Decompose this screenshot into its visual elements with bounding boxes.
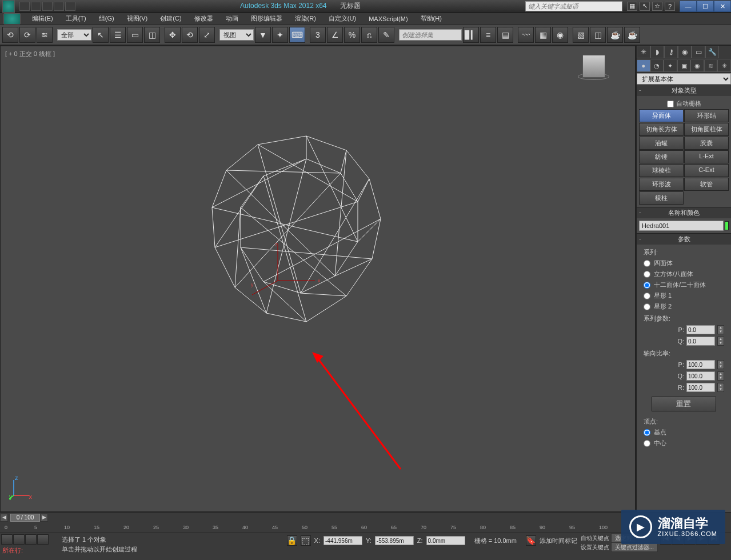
ap-input[interactable] <box>686 360 715 369</box>
category-dropdown[interactable]: 扩展基本体 <box>637 73 731 85</box>
snap-3-icon[interactable]: 3 <box>310 27 326 43</box>
viewport-label[interactable]: [ + 0 正交 0 线框 ] <box>5 50 55 58</box>
tag-icon[interactable]: 🔖 <box>526 535 536 546</box>
selection-filter[interactable]: 全部 <box>57 29 91 41</box>
menu-tools[interactable]: 工具(T) <box>60 13 92 24</box>
autogrid-checkbox[interactable] <box>667 101 674 107</box>
keyboard-icon[interactable]: ⌨ <box>289 27 305 43</box>
snap-spinner-icon[interactable]: ⎌ <box>361 27 377 43</box>
select-name-icon[interactable]: ☰ <box>110 27 126 43</box>
render-prod-icon[interactable]: ☕ <box>624 27 640 43</box>
render-setup-icon[interactable]: ▧ <box>573 27 589 43</box>
align-icon[interactable]: ≡ <box>480 27 496 43</box>
tab-display[interactable]: ▭ <box>692 46 705 58</box>
ar-spinner[interactable]: ▲▼ <box>717 383 724 392</box>
add-time-tag[interactable]: 添加时间标记 <box>540 537 577 545</box>
tab-motion[interactable]: ◉ <box>678 46 692 58</box>
family-radio-0[interactable] <box>644 260 650 267</box>
select-icon[interactable]: ↖ <box>93 27 109 43</box>
vertex-radio-0[interactable] <box>644 429 650 436</box>
time-next[interactable]: ▶ <box>40 514 48 522</box>
search-input[interactable] <box>525 1 622 11</box>
vertex-radio-1[interactable] <box>644 440 650 447</box>
snap-percent-icon[interactable]: % <box>344 27 360 43</box>
undo-icon[interactable] <box>54 2 64 11</box>
type-btn-9[interactable]: C-Ext <box>684 164 729 177</box>
type-btn-7[interactable]: L-Ext <box>684 150 729 163</box>
select-window-icon[interactable]: ◫ <box>144 27 160 43</box>
subtab-shapes[interactable]: ◔ <box>650 59 664 72</box>
mirror-icon[interactable]: ▊▎ <box>463 27 479 43</box>
move-icon[interactable]: ✥ <box>165 27 181 43</box>
object-name-input[interactable] <box>639 221 724 231</box>
params-header[interactable]: 参数 <box>637 234 731 245</box>
type-btn-2[interactable]: 切角长方体 <box>639 123 684 136</box>
tc-4[interactable] <box>37 534 49 545</box>
star-icon[interactable]: ☆ <box>652 2 662 11</box>
tc-1[interactable] <box>1 534 13 545</box>
type-btn-0[interactable]: 异面体 <box>639 109 684 122</box>
layers-icon[interactable]: ▤ <box>497 27 513 43</box>
time-prev[interactable]: ◀ <box>0 514 8 522</box>
family-radio-3[interactable] <box>644 293 650 299</box>
menu-views[interactable]: 视图(V) <box>121 13 154 24</box>
menu-rendering[interactable]: 渲染(R) <box>289 13 322 24</box>
q-input[interactable] <box>686 337 715 346</box>
named-set-input[interactable] <box>399 29 462 41</box>
edit-named-icon[interactable]: ✎ <box>378 27 394 43</box>
refcoord-dropdown[interactable]: 视图 <box>219 29 254 41</box>
schematic-icon[interactable]: ▦ <box>535 27 551 43</box>
snap-angle-icon[interactable]: ∠ <box>327 27 343 43</box>
tab-utilities[interactable]: 🔧 <box>705 46 719 58</box>
y-input[interactable] <box>375 536 414 545</box>
subtab-lights[interactable]: ✦ <box>664 59 677 72</box>
z-input[interactable] <box>426 536 465 545</box>
help-icon[interactable]: ? <box>665 2 675 11</box>
maximize-button[interactable]: ☐ <box>697 1 714 12</box>
menu-help[interactable]: 帮助(H) <box>415 13 448 24</box>
tab-hierarchy[interactable]: ⚷ <box>664 46 678 58</box>
scale-icon[interactable]: ⤢ <box>199 27 215 43</box>
minimize-button[interactable]: — <box>680 1 697 12</box>
subtab-cameras[interactable]: ▣ <box>677 59 691 72</box>
manip-icon[interactable]: ✦ <box>272 27 288 43</box>
subtab-geometry[interactable]: ● <box>637 59 650 72</box>
menu-animation[interactable]: 动画 <box>220 13 244 24</box>
menu-create[interactable]: 创建(C) <box>154 13 187 24</box>
name-color-header[interactable]: 名称和颜色 <box>637 207 731 218</box>
pivot-icon[interactable]: ▼ <box>255 27 271 43</box>
type-btn-6[interactable]: 纺锤 <box>639 150 684 163</box>
render-icon[interactable]: ☕ <box>607 27 623 43</box>
type-btn-1[interactable]: 环形结 <box>684 109 729 122</box>
link-icon[interactable]: ⟲ <box>2 27 18 43</box>
redo-icon[interactable] <box>65 2 75 11</box>
time-slider[interactable]: 0 / 100 <box>10 514 40 522</box>
viewport[interactable]: [ + 0 正交 0 线框 ] <box>0 46 636 512</box>
tc-3[interactable] <box>25 534 37 545</box>
lock-icon[interactable]: 🔒 <box>287 535 297 546</box>
family-radio-4[interactable] <box>644 303 650 310</box>
app-menu-icon[interactable] <box>3 13 21 25</box>
subtab-space[interactable]: ≋ <box>704 59 718 72</box>
pointer-icon[interactable]: ↖ <box>640 2 650 11</box>
new-icon[interactable] <box>19 2 30 11</box>
unlink-icon[interactable]: ⟳ <box>19 27 35 43</box>
curve-editor-icon[interactable]: 〰 <box>518 27 534 43</box>
set-key-button[interactable]: 设置关键点 <box>581 544 609 550</box>
p-input[interactable] <box>686 325 715 334</box>
ar-input[interactable] <box>686 383 715 392</box>
type-btn-12[interactable]: 棱柱 <box>639 191 684 205</box>
q-spinner[interactable]: ▲▼ <box>717 337 724 346</box>
menu-edit[interactable]: 编辑(E) <box>26 13 59 24</box>
menu-modifiers[interactable]: 修改器 <box>189 13 219 24</box>
bind-icon[interactable]: ≋ <box>37 27 53 43</box>
grid-icon[interactable]: ▦ <box>627 2 637 11</box>
material-icon[interactable]: ◉ <box>552 27 568 43</box>
open-icon[interactable] <box>31 2 41 11</box>
subtab-helpers[interactable]: ◉ <box>690 59 704 72</box>
x-input[interactable] <box>323 536 362 545</box>
select-rect-icon[interactable]: ▭ <box>127 27 143 43</box>
type-btn-4[interactable]: 油罐 <box>639 137 684 150</box>
aq-input[interactable] <box>686 371 715 381</box>
type-btn-11[interactable]: 软管 <box>684 178 729 191</box>
